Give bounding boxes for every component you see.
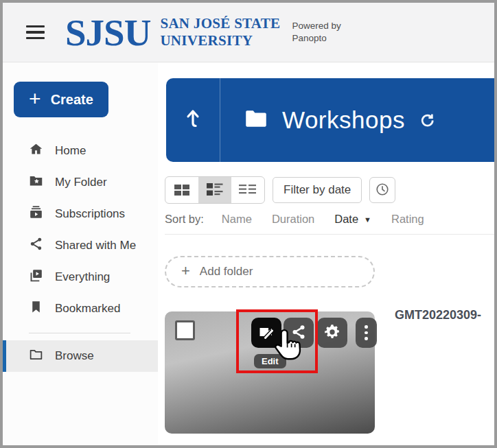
content-divider	[165, 234, 494, 235]
sort-option-date[interactable]: Date ▼	[334, 213, 371, 226]
parent-folder-button[interactable]	[166, 78, 220, 162]
sjsu-logo: SJSU	[65, 14, 150, 51]
add-folder-label: Add folder	[200, 265, 253, 279]
bookmark-icon	[29, 300, 43, 318]
folder-title: Workshops	[282, 106, 405, 134]
vertical-dots-icon	[365, 325, 368, 340]
create-button-label: Create	[51, 92, 93, 108]
sidebar-item-label: Subscriptions	[55, 207, 125, 221]
add-folder-button[interactable]: + Add folder	[165, 256, 375, 287]
hamburger-menu-icon[interactable]	[26, 25, 45, 40]
sidebar-item-label: Shared with Me	[55, 239, 136, 252]
video-thumbnail[interactable]: Edit	[165, 311, 375, 434]
bar-divider	[220, 78, 220, 162]
app-window: SJSU SAN JOSÉ STATE UNIVERSITY Powered b…	[0, 0, 497, 448]
sidebar-item-home[interactable]: Home	[3, 135, 158, 167]
gear-icon	[323, 323, 341, 343]
video-actions	[251, 318, 377, 348]
folder-outline-icon	[29, 347, 43, 365]
list-thumbnail-view-button[interactable]	[198, 177, 231, 203]
sort-option-duration[interactable]: Duration	[272, 213, 314, 226]
video-checkbox[interactable]	[175, 320, 195, 340]
university-name: SAN JOSÉ STATE UNIVERSITY	[160, 15, 280, 49]
up-arrow-icon	[184, 108, 202, 132]
everything-icon	[29, 268, 43, 286]
sort-option-name[interactable]: Name	[222, 213, 252, 226]
sidebar-item-label: Bookmarked	[55, 302, 120, 316]
sidebar-nav: Home My Folder Subscriptions	[3, 135, 158, 372]
subscriptions-icon	[29, 205, 43, 223]
sidebar-item-my-folder[interactable]: My Folder	[3, 167, 158, 198]
sidebar-item-label: Home	[55, 144, 86, 158]
selected-indicator	[3, 340, 6, 372]
edit-tooltip: Edit	[254, 354, 286, 368]
grid-view-icon	[174, 185, 190, 196]
share-icon	[29, 237, 43, 255]
powered-by: Powered by Panopto	[292, 20, 340, 45]
sidebar-item-label: Everything	[55, 270, 110, 284]
detail-list-view-icon	[239, 184, 257, 197]
folder-star-icon	[29, 174, 43, 191]
plus-icon: +	[181, 263, 190, 279]
sidebar-item-label: My Folder	[55, 176, 107, 189]
refresh-icon[interactable]	[419, 112, 436, 129]
sidebar-item-shared-with-me[interactable]: Shared with Me	[3, 230, 158, 261]
sidebar: + Create Home My Folder	[3, 62, 158, 445]
recent-button[interactable]	[369, 177, 395, 203]
folder-header-bar: Workshops	[166, 78, 494, 162]
filter-by-date-button[interactable]: Filter by date	[273, 177, 362, 203]
plus-icon: +	[29, 89, 41, 109]
sidebar-item-subscriptions[interactable]: Subscriptions	[3, 198, 158, 230]
grid-view-button[interactable]	[165, 177, 198, 203]
home-icon	[29, 142, 43, 160]
university-name-line2: UNIVERSITY	[160, 32, 280, 49]
sort-by-label: Sort by:	[165, 213, 204, 226]
university-name-line1: SAN JOSÉ STATE	[160, 15, 280, 32]
edit-video-icon	[257, 323, 275, 343]
sidebar-divider	[29, 333, 130, 333]
caret-down-icon: ▼	[364, 215, 371, 224]
app-header: SJSU SAN JOSÉ STATE UNIVERSITY Powered b…	[3, 3, 494, 62]
sidebar-item-browse[interactable]: Browse	[3, 340, 158, 372]
detail-list-view-button[interactable]	[231, 177, 264, 203]
edit-button[interactable]	[251, 318, 281, 348]
share-icon	[290, 324, 307, 342]
more-options-button[interactable]	[356, 318, 377, 348]
view-mode-switcher	[165, 176, 265, 204]
main-content: Workshops	[158, 62, 494, 445]
clock-icon	[375, 182, 390, 199]
share-button[interactable]	[284, 318, 314, 348]
folder-icon	[245, 110, 267, 130]
sort-option-rating[interactable]: Rating	[391, 213, 424, 226]
video-list-item: Edit GMT20220309-	[165, 311, 494, 434]
list-thumbnail-view-icon	[207, 183, 223, 198]
sidebar-item-label: Browse	[55, 349, 94, 363]
video-title[interactable]: GMT20220309-	[395, 308, 481, 322]
view-toolbar: Filter by date	[165, 176, 494, 204]
sidebar-item-bookmarked[interactable]: Bookmarked	[3, 293, 158, 325]
settings-button[interactable]	[317, 318, 347, 348]
create-button[interactable]: + Create	[14, 82, 108, 117]
sort-row: Sort by: Name Duration Date ▼ Rating	[165, 213, 494, 226]
sidebar-item-everything[interactable]: Everything	[3, 261, 158, 293]
